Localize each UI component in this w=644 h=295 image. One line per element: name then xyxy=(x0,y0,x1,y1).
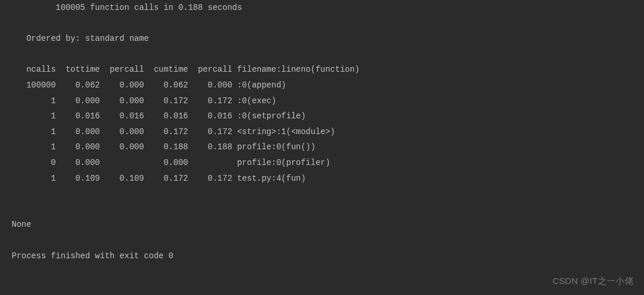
profile-row: 1 0.109 0.109 0.172 0.172 test.py:4(fun) xyxy=(12,174,306,183)
profile-row: 100000 0.062 0.000 0.062 0.000 :0(append… xyxy=(12,80,286,90)
console-output: 100005 function calls in 0.188 seconds O… xyxy=(0,0,644,264)
profile-row: 1 0.000 0.000 0.188 0.188 profile:0(fun(… xyxy=(12,142,316,152)
watermark-text: CSDN @IT之一小佬 xyxy=(552,273,634,290)
profile-row: 1 0.000 0.000 0.172 0.172 :0(exec) xyxy=(12,96,276,106)
summary-line: 100005 function calls in 0.188 seconds xyxy=(12,3,242,12)
none-output: None xyxy=(12,220,32,229)
process-finished-line: Process finished with exit code 0 xyxy=(12,251,173,261)
profile-row: 0 0.000 0.000 profile:0(profiler) xyxy=(12,158,330,167)
ordered-by-line: Ordered by: standard name xyxy=(12,34,149,43)
profile-row: 1 0.000 0.000 0.172 0.172 <string>:1(<mo… xyxy=(12,127,335,136)
profile-header: ncalls tottime percall cumtime percall f… xyxy=(12,65,360,74)
profile-row: 1 0.016 0.016 0.016 0.016 :0(setprofile) xyxy=(12,111,306,121)
